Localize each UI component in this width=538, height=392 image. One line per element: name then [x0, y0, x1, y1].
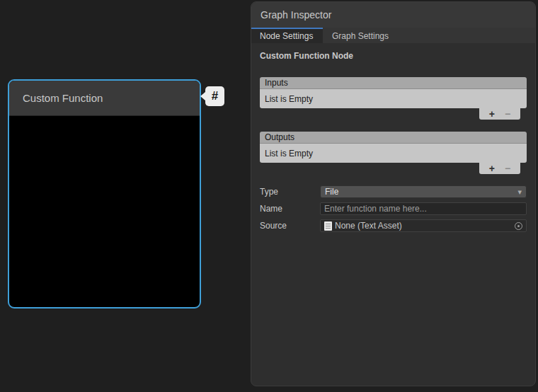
inputs-empty-label: List is Empty	[265, 94, 313, 104]
node-title: Custom Function	[23, 92, 103, 104]
type-row: Type File ▾	[260, 185, 527, 198]
tab-label: Graph Settings	[332, 31, 389, 41]
inputs-add-button[interactable]: +	[488, 109, 496, 119]
text-asset-icon	[324, 221, 332, 231]
outputs-list-title: Outputs	[265, 132, 294, 142]
source-row: Source None (Text Asset)	[260, 219, 527, 232]
node-title-bar[interactable]: Custom Function	[9, 81, 200, 116]
source-object-value: None (Text Asset)	[335, 221, 402, 231]
outputs-list-footer: + −	[479, 163, 520, 174]
tab-node-settings[interactable]: Node Settings	[251, 28, 323, 43]
tab-graph-settings[interactable]: Graph Settings	[323, 28, 398, 43]
function-name-input[interactable]	[320, 202, 527, 215]
outputs-list-header[interactable]: Outputs	[260, 132, 527, 144]
object-picker-icon[interactable]	[515, 222, 522, 230]
node-code-badge[interactable]: #	[205, 86, 224, 106]
panel-title: Graph Inspector	[261, 9, 331, 21]
outputs-add-button[interactable]: +	[488, 163, 496, 173]
name-row: Name	[260, 202, 527, 215]
type-dropdown[interactable]: File ▾	[320, 185, 527, 198]
outputs-list-body: List is Empty	[260, 144, 527, 163]
inputs-list-body: List is Empty	[260, 89, 527, 108]
inspector-content: Custom Function Node Inputs List is Empt…	[251, 43, 535, 232]
shader-graph-canvas: Custom Function # Graph Inspector Node S…	[0, 0, 538, 392]
inputs-list-title: Inputs	[265, 78, 288, 88]
tab-bar: Node Settings Graph Settings	[251, 28, 535, 43]
section-title: Custom Function Node	[260, 51, 527, 61]
type-dropdown-value: File	[325, 187, 338, 197]
type-label: Type	[260, 187, 320, 197]
tab-label: Node Settings	[260, 31, 313, 41]
source-object-field[interactable]: None (Text Asset)	[320, 219, 527, 232]
panel-header[interactable]: Graph Inspector	[251, 2, 535, 28]
inputs-list-footer: + −	[479, 108, 520, 120]
property-fields: Type File ▾ Name Source None (Text Asset…	[260, 185, 527, 232]
chevron-down-icon: ▾	[517, 188, 522, 196]
outputs-list: Outputs List is Empty + −	[260, 132, 527, 174]
graph-inspector-panel: Graph Inspector Node Settings Graph Sett…	[251, 1, 536, 386]
name-label: Name	[260, 204, 320, 214]
badge-tail	[200, 92, 205, 100]
hash-icon: #	[212, 89, 218, 103]
inputs-list-header[interactable]: Inputs	[260, 77, 527, 89]
inputs-remove-button[interactable]: −	[503, 109, 512, 119]
source-label: Source	[260, 221, 320, 231]
outputs-empty-label: List is Empty	[265, 149, 313, 158]
custom-function-node[interactable]: Custom Function	[8, 79, 201, 309]
inputs-list: Inputs List is Empty + −	[260, 77, 527, 120]
outputs-remove-button[interactable]: −	[503, 163, 512, 173]
